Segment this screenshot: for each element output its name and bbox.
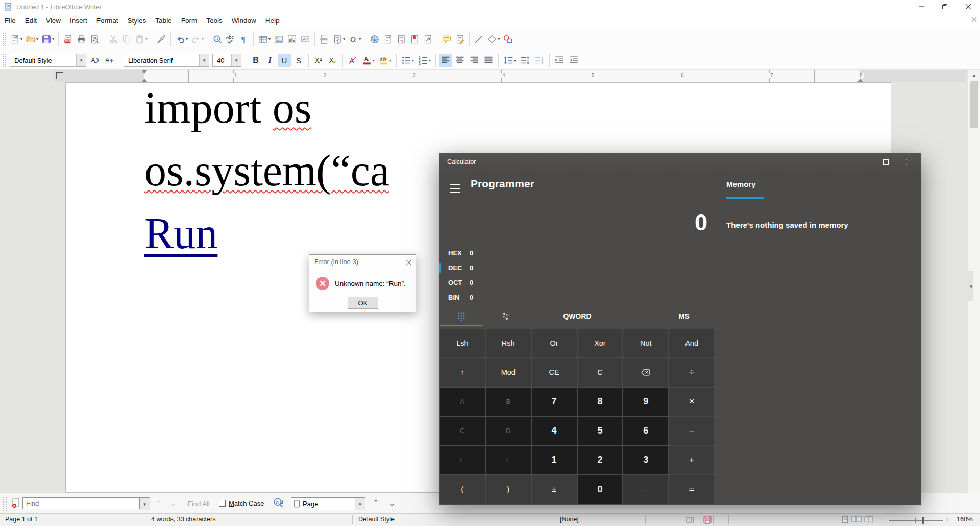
key-xor[interactable]: Xor [578, 329, 623, 357]
toolbar-grip[interactable] [3, 497, 7, 511]
tab-memory[interactable]: Memory [726, 180, 756, 188]
show-draw-functions-button[interactable] [502, 33, 514, 46]
dialog-close-icon[interactable] [406, 258, 412, 268]
menu-format[interactable]: Format [92, 14, 123, 27]
memory-store-button[interactable]: MS [653, 306, 715, 326]
close-document-icon[interactable] [971, 15, 977, 25]
key-hex-c[interactable]: C [440, 417, 485, 445]
menu-edit[interactable]: Edit [20, 14, 41, 27]
toolbar-grip[interactable] [3, 54, 6, 67]
print-preview-button[interactable] [88, 33, 101, 46]
zoom-slider-thumb[interactable] [922, 517, 924, 524]
dropdown-arrow-icon[interactable]: ▾ [268, 37, 271, 41]
radix-row-oct[interactable]: OCT0 [439, 276, 704, 290]
key-backspace[interactable] [623, 358, 668, 386]
menu-icon[interactable] [446, 181, 464, 196]
menu-file[interactable]: File [0, 14, 20, 27]
dropdown-arrow-icon[interactable]: ▾ [498, 37, 500, 41]
radix-row-hex[interactable]: HEX0 [439, 246, 704, 260]
key-divide[interactable]: ÷ [669, 358, 714, 386]
key-open-paren[interactable]: ( [440, 475, 485, 504]
paste-button[interactable]: ▾ [134, 33, 149, 46]
key-not[interactable]: Not [623, 329, 668, 357]
print-button[interactable] [75, 33, 87, 46]
menu-view[interactable]: View [41, 14, 65, 27]
minimize-icon[interactable] [910, 0, 933, 13]
page-count[interactable]: Page 1 of 1 [5, 516, 38, 523]
line-spacing-button[interactable]: ▾ [502, 54, 518, 67]
undo-button[interactable]: ▾ [174, 33, 189, 46]
calc-minimize-icon[interactable] [850, 153, 874, 171]
find-previous-icon[interactable]: ⌃ [156, 499, 162, 507]
insert-hyperlink-button[interactable] [369, 33, 381, 46]
justify-button[interactable] [482, 54, 495, 67]
dropdown-arrow-icon[interactable]: ▾ [36, 37, 38, 41]
zoom-in-icon[interactable]: + [945, 516, 949, 523]
key-nine[interactable]: 9 [623, 388, 668, 416]
error-dialog-titlebar[interactable]: Error (in line 3) [309, 255, 416, 269]
increase-indent-button[interactable] [553, 54, 566, 67]
key-three[interactable]: 3 [623, 446, 668, 474]
dropdown-arrow-icon[interactable]: ▾ [389, 58, 391, 63]
dropdown-arrow-icon[interactable]: ▾ [202, 37, 204, 41]
bold-button[interactable]: B [249, 54, 262, 67]
track-changes-button[interactable] [454, 33, 466, 46]
insert-endnote-button[interactable]: i [395, 33, 407, 46]
key-hex-f[interactable]: F [486, 446, 531, 474]
zoom-slider-track[interactable] [889, 520, 943, 521]
update-style-button[interactable]: A [88, 54, 102, 67]
close-find-bar-button[interactable] [11, 498, 20, 510]
dropdown-arrow-icon[interactable]: ▾ [145, 37, 148, 41]
multi-page-view-icon[interactable] [851, 515, 862, 526]
navigate-next-icon[interactable]: ⌄ [389, 498, 396, 508]
menu-help[interactable]: Help [261, 14, 284, 27]
insert-bookmark-button[interactable] [408, 33, 421, 46]
key-eight[interactable]: 8 [578, 388, 623, 416]
word-size-button[interactable]: QWORD [529, 306, 626, 326]
bit-toggle-keypad-toggle[interactable] [484, 306, 528, 326]
key-rsh[interactable]: Rsh [486, 329, 531, 357]
key-seven[interactable]: 7 [532, 388, 577, 416]
spelling-button[interactable]: Abc [225, 33, 237, 46]
insert-text-box-button[interactable]: A [299, 33, 311, 46]
find-and-replace-button[interactable]: ad [273, 497, 285, 511]
chevron-down-icon[interactable]: ▾ [199, 54, 209, 66]
key-two[interactable]: 2 [578, 446, 623, 474]
chevron-down-icon[interactable]: ▾ [231, 54, 241, 66]
menu-insert[interactable]: Insert [65, 14, 92, 27]
key-multiply[interactable]: × [669, 388, 714, 416]
cut-button[interactable] [107, 33, 119, 46]
insert-footnote-button[interactable]: 1 [382, 33, 394, 46]
radix-row-dec[interactable]: DEC0 [439, 261, 704, 275]
insert-line-button[interactable] [473, 33, 485, 46]
insert-table-button[interactable]: ▾ [257, 33, 272, 46]
font-size-combo[interactable]: 40 ▾ [212, 54, 241, 67]
insert-field-button[interactable]: {}▾ [331, 33, 346, 46]
chevron-down-icon[interactable]: ▾ [355, 498, 365, 510]
menu-form[interactable]: Form [177, 14, 202, 27]
decrease-indent-button[interactable] [567, 54, 580, 67]
dropdown-arrow-icon[interactable]: ▾ [412, 58, 414, 63]
font-name-combo[interactable]: Liberation Serif ▾ [124, 54, 209, 67]
underline-button[interactable]: U [278, 54, 291, 67]
italic-button[interactable]: I [263, 54, 277, 67]
tab-stop-selector[interactable] [56, 72, 63, 79]
single-page-view-icon[interactable] [841, 515, 849, 526]
insert-page-break-button[interactable] [318, 33, 330, 46]
scroll-up-icon[interactable]: ▲ [968, 70, 980, 80]
calc-maximize-icon[interactable] [874, 153, 897, 171]
superscript-button[interactable]: X² [312, 54, 325, 67]
dropdown-arrow-icon[interactable]: ▾ [343, 37, 345, 41]
font-color-button[interactable]: A▾ [360, 54, 376, 67]
dropdown-arrow-icon[interactable]: ▾ [186, 37, 188, 41]
find-and-replace-button[interactable]: a [211, 33, 224, 46]
sidebar-toggle[interactable]: ◂ [968, 271, 973, 301]
new-style-button[interactable]: A [103, 54, 116, 67]
align-right-button[interactable] [468, 54, 481, 67]
bullet-list-button[interactable]: ▾ [400, 54, 415, 67]
book-view-icon[interactable] [864, 515, 874, 526]
find-next-icon[interactable]: ⌄ [170, 499, 176, 507]
key-four[interactable]: 4 [532, 417, 577, 445]
hyperlink-text[interactable]: Run [144, 209, 217, 258]
key-mod[interactable]: Mod [486, 358, 531, 386]
